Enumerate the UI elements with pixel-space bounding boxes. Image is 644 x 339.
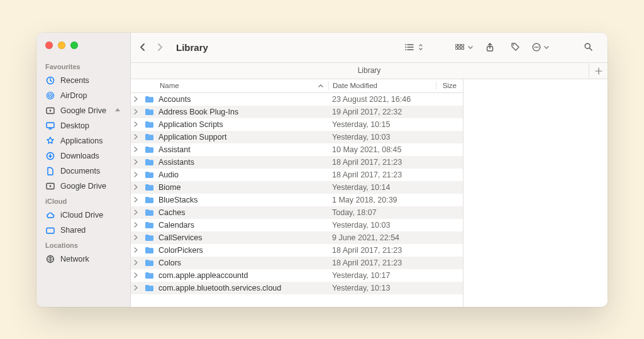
doc-icon [45, 166, 55, 176]
sidebar-item-label: Google Drive [60, 106, 106, 115]
sidebar-item-applications[interactable]: Applications [36, 133, 130, 148]
sidebar-item-google-drive[interactable]: Google Drive [36, 179, 130, 194]
sidebar-item-network[interactable]: Network [36, 252, 130, 267]
file-date: Today, 18:07 [328, 208, 435, 217]
disclosure-triangle-icon[interactable] [131, 184, 143, 190]
file-date: 19 April 2017, 22:32 [328, 108, 435, 116]
file-list[interactable]: Accounts23 August 2021, 16:46Address Boo… [131, 93, 463, 307]
actions-button[interactable] [530, 39, 551, 55]
folder-icon [143, 271, 155, 279]
minimize-window-button[interactable] [58, 42, 65, 49]
disclosure-triangle-icon[interactable] [131, 285, 143, 291]
fullscreen-window-button[interactable] [70, 42, 78, 49]
close-window-button[interactable] [45, 42, 53, 49]
cloud-icon [45, 210, 55, 220]
file-name: Assistants [155, 158, 328, 167]
column-header-name[interactable]: Name [131, 82, 328, 89]
gdrive-icon [45, 106, 55, 116]
sidebar-item-label: iCloud Drive [60, 211, 103, 220]
disclosure-triangle-icon[interactable] [131, 209, 143, 215]
file-row[interactable]: Application SupportYesterday, 10:03 [131, 131, 463, 143]
file-row[interactable]: CachesToday, 18:07 [131, 206, 463, 219]
disclosure-triangle-icon[interactable] [131, 134, 143, 140]
file-name: CallServices [155, 233, 328, 242]
sidebar-section-label: Favourites [36, 59, 130, 73]
disclosure-triangle-icon[interactable] [131, 235, 143, 240]
sort-ascending-icon [318, 84, 328, 87]
disclosure-triangle-icon[interactable] [131, 247, 143, 253]
tags-button[interactable] [505, 39, 525, 55]
file-row[interactable]: Colors18 April 2017, 21:23 [131, 257, 463, 269]
sidebar: FavouritesRecentsAirDropGoogle DriveDesk… [36, 33, 131, 307]
file-name: Application Support [155, 133, 328, 142]
sidebar-item-label: Shared [60, 226, 86, 235]
gdrive-icon [45, 181, 55, 191]
file-row[interactable]: Assistant10 May 2021, 08:45 [131, 143, 463, 156]
folder-icon [143, 208, 155, 216]
sidebar-item-label: Desktop [60, 121, 89, 130]
file-row[interactable]: Assistants18 April 2017, 21:23 [131, 156, 463, 169]
search-button[interactable] [579, 39, 599, 55]
file-date: 18 April 2017, 21:23 [328, 258, 435, 267]
sidebar-item-icloud-drive[interactable]: iCloud Drive [36, 208, 130, 223]
folder-icon [143, 196, 155, 204]
file-row[interactable]: BlueStacks1 May 2018, 20:39 [131, 194, 463, 206]
sidebar-item-desktop[interactable]: Desktop [36, 118, 130, 133]
file-date: Yesterday, 10:14 [328, 183, 435, 192]
folder-icon [143, 233, 155, 242]
folder-icon [143, 221, 155, 229]
group-by-button[interactable] [453, 39, 475, 55]
disclosure-triangle-icon[interactable] [131, 272, 143, 278]
back-button[interactable] [140, 43, 146, 51]
disclosure-triangle-icon[interactable] [131, 159, 143, 165]
file-date: Yesterday, 10:15 [328, 120, 435, 129]
forward-button[interactable] [157, 43, 164, 51]
sidebar-item-google-drive[interactable]: Google Drive [36, 103, 130, 118]
disclosure-triangle-icon[interactable] [131, 222, 143, 228]
file-row[interactable]: Application ScriptsYesterday, 10:15 [131, 118, 463, 131]
file-name: Assistant [155, 145, 328, 154]
new-tab-button[interactable] [589, 63, 608, 79]
file-name: Calendars [155, 221, 328, 230]
view-mode-button[interactable] [403, 39, 426, 55]
sidebar-item-downloads[interactable]: Downloads [36, 148, 130, 164]
desktop-icon [45, 121, 55, 131]
file-row[interactable]: ColorPickers18 April 2017, 21:23 [131, 244, 463, 257]
folder-icon [143, 108, 155, 116]
disclosure-triangle-icon[interactable] [131, 109, 143, 114]
disclosure-triangle-icon[interactable] [131, 172, 143, 177]
column-header-date[interactable]: Date Modified [329, 82, 436, 89]
disclosure-triangle-icon[interactable] [131, 147, 143, 152]
file-row[interactable]: CalendarsYesterday, 10:03 [131, 219, 463, 231]
tab-bar: Library [131, 63, 608, 79]
disclosure-triangle-icon[interactable] [131, 121, 143, 127]
share-button[interactable] [480, 39, 500, 55]
sidebar-item-label: Applications [60, 136, 103, 145]
folder-icon [143, 95, 155, 103]
sidebar-item-documents[interactable]: Documents [36, 164, 130, 179]
file-row[interactable]: com.apple.bluetooth.services.cloudYester… [131, 282, 463, 294]
shared-icon [45, 225, 55, 235]
sidebar-item-shared[interactable]: Shared [36, 223, 130, 238]
file-row[interactable]: Address Book Plug-Ins19 April 2017, 22:3… [131, 106, 463, 118]
preview-pane [463, 79, 608, 307]
window-title: Library [176, 42, 208, 53]
sidebar-item-airdrop[interactable]: AirDrop [36, 88, 130, 103]
file-row[interactable]: com.apple.appleaccountdYesterday, 10:17 [131, 269, 463, 282]
tab-library[interactable]: Library [358, 66, 381, 75]
file-row[interactable]: Accounts23 August 2021, 16:46 [131, 93, 463, 106]
network-icon [45, 254, 55, 264]
disclosure-triangle-icon[interactable] [131, 260, 143, 265]
file-name: BlueStacks [155, 196, 328, 204]
disclosure-triangle-icon[interactable] [131, 197, 143, 203]
file-date: 1 May 2018, 20:39 [328, 196, 435, 204]
file-row[interactable]: CallServices9 June 2021, 22:54 [131, 231, 463, 244]
disclosure-triangle-icon[interactable] [131, 96, 143, 102]
sidebar-section-label: iCloud [36, 194, 130, 208]
column-header-size[interactable]: Size [436, 82, 462, 89]
sidebar-item-label: Documents [60, 167, 100, 175]
eject-icon[interactable] [114, 107, 121, 114]
sidebar-item-recents[interactable]: Recents [36, 73, 130, 88]
file-row[interactable]: BiomeYesterday, 10:14 [131, 181, 463, 194]
file-row[interactable]: Audio18 April 2017, 21:23 [131, 169, 463, 181]
